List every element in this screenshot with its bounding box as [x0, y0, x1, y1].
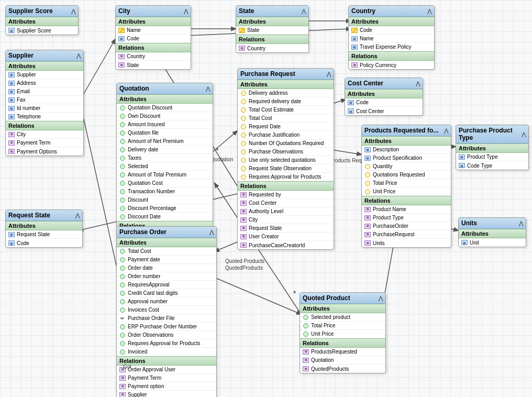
quoted-product-title: Quoted Product: [303, 294, 350, 302]
collapse-units[interactable]: ⋀: [519, 220, 523, 226]
rs-attributes-header: Attributes: [6, 221, 82, 230]
ti: ▦: [8, 114, 15, 120]
collapse-ppt[interactable]: ⋀: [522, 131, 526, 137]
state-rel-1: ⧉Country: [236, 44, 308, 52]
collapse-cost-center[interactable]: ⋀: [416, 81, 420, 86]
city-rel-1: ⧉Country: [116, 52, 191, 61]
ciy: [240, 174, 247, 180]
cc-row-1: ▦Code: [345, 98, 423, 107]
supplier-row-1: ▦Supplier: [6, 71, 83, 79]
entity-units-header[interactable]: Units ⋀: [459, 218, 526, 229]
ti: ▦: [461, 239, 468, 246]
supplier-row-5: ▦Id number: [6, 104, 83, 113]
ppt-attributes-header: Attributes: [456, 144, 528, 153]
products-requested-title: Products Requested fo...: [364, 127, 438, 134]
svg-line-22: [215, 278, 301, 314]
ci: [119, 147, 126, 153]
collapse-city[interactable]: ⋀: [184, 8, 188, 14]
ciy: [240, 115, 247, 122]
supplier-row-4: ▦Fax: [6, 96, 83, 104]
supplier-row-6: ▦Telephone: [6, 113, 83, 121]
ti: ▦: [8, 89, 15, 95]
collapse-purchase-request[interactable]: ⋀: [327, 71, 331, 77]
ti: ▦: [347, 108, 354, 114]
entity-cost-center: Cost Center ⋀ Attributes ▦Code ▦Cost Cen…: [345, 78, 423, 116]
collapse-purchase-order[interactable]: ⋀: [209, 229, 214, 235]
ti: ▦: [347, 100, 354, 106]
pr-attributes-header: Attributes: [238, 80, 334, 89]
entity-quoted-product: Quoted Product ⋀ Attributes Selected pro…: [300, 292, 386, 373]
ci: [119, 299, 126, 305]
collapse-products-requested[interactable]: ⋀: [444, 128, 448, 134]
entity-country: Country ⋀ Attributes 🔑Code ▦Name ▦Travel…: [348, 5, 435, 70]
li: ⧉: [119, 392, 126, 398]
ci: [119, 248, 126, 255]
entity-state-header[interactable]: State ⋀: [236, 6, 308, 17]
ti: ▦: [458, 154, 465, 160]
city-attributes-header: Attributes: [116, 17, 191, 26]
entity-products-requested-header[interactable]: Products Requested fo... ⋀: [362, 125, 451, 136]
ti: ▦: [8, 72, 15, 78]
entity-purchase-request-header[interactable]: Purchase Request ⋀: [238, 69, 334, 80]
collapse-quotation[interactable]: ⋀: [206, 86, 210, 92]
li: ⧉: [119, 375, 126, 381]
entity-supplier: Supplier ⋀ Attributes ▦Supplier ▦Address…: [5, 50, 84, 156]
entity-supplier-score: Supplier Score ⋀ Attributes ▦ Supplier S…: [5, 5, 79, 35]
table-icon: ▦: [8, 27, 15, 34]
ci: [302, 331, 309, 337]
ti: ▦: [364, 147, 371, 153]
li: ⧉: [118, 53, 125, 60]
ti: ▦: [458, 162, 465, 169]
li: ⧉: [240, 217, 247, 223]
ci: [119, 290, 126, 296]
ciy: [240, 157, 247, 163]
li: ⧉: [364, 215, 371, 221]
purchase-request-title: Purchase Request: [240, 70, 295, 78]
svg-line-7: [209, 131, 237, 155]
li: ⧉: [118, 62, 125, 68]
ciy: [240, 90, 247, 96]
entity-ppt-header[interactable]: Purchase Product Type ⋀: [456, 125, 528, 144]
po-relations-header: Relations: [117, 356, 216, 366]
entity-request-state-header[interactable]: Request State ⋀: [6, 210, 82, 221]
entity-country-header[interactable]: Country ⋀: [349, 6, 434, 17]
ciy: [364, 180, 371, 186]
entity-quotation-header[interactable]: Quotation ⋀: [117, 83, 213, 94]
ti: ▦: [8, 97, 15, 103]
entity-request-state: Request State ⋀ Attributes ▦Request Stat…: [5, 209, 83, 248]
supplier-relations-header: Relations: [6, 121, 83, 130]
li: ⧉: [119, 383, 126, 390]
request-state-title: Request State: [8, 212, 50, 219]
ci: [119, 163, 126, 170]
ci: [302, 323, 309, 329]
cost-center-title: Cost Center: [348, 80, 383, 87]
collapse-request-state[interactable]: ⋀: [75, 213, 80, 218]
entity-quoted-product-header[interactable]: Quoted Product ⋀: [300, 293, 385, 304]
city-title: City: [118, 7, 130, 15]
country-title: Country: [351, 7, 375, 15]
collapse-supplier-score[interactable]: ⋀: [71, 8, 75, 14]
supplier-title: Supplier: [8, 52, 34, 59]
entity-cost-center-header[interactable]: Cost Center ⋀: [345, 78, 423, 89]
supplier-score-row-1: ▦ Supplier Score: [6, 26, 78, 35]
ppt-title: Purchase Product Type: [459, 127, 522, 141]
collapse-country[interactable]: ⋀: [427, 8, 431, 14]
country-row-3: ▦Travel Expense Policy: [349, 43, 434, 51]
svg-text:Quotation: Quotation: [210, 157, 233, 162]
prf-attributes-header: Attributes: [362, 136, 451, 146]
ci: [119, 180, 126, 186]
entity-purchase-order-header[interactable]: Purchase Order ⋀: [117, 227, 216, 238]
ciy: [364, 189, 371, 195]
country-relations-header: Relations: [349, 51, 434, 61]
collapse-quoted-product[interactable]: ⋀: [379, 295, 383, 301]
li: ⧉: [364, 223, 371, 229]
entity-supplier-header[interactable]: Supplier ⋀: [6, 50, 83, 61]
li: ⧉: [302, 366, 309, 372]
collapse-supplier[interactable]: ⋀: [76, 53, 81, 59]
entity-city-header[interactable]: City ⋀: [116, 6, 191, 17]
collapse-state[interactable]: ⋀: [302, 8, 306, 14]
li: ⧉: [240, 242, 247, 248]
quotation-attributes-header: Attributes: [117, 94, 213, 104]
entity-supplier-score-header[interactable]: Supplier Score ⋀: [6, 6, 78, 17]
ciy: [240, 166, 247, 172]
